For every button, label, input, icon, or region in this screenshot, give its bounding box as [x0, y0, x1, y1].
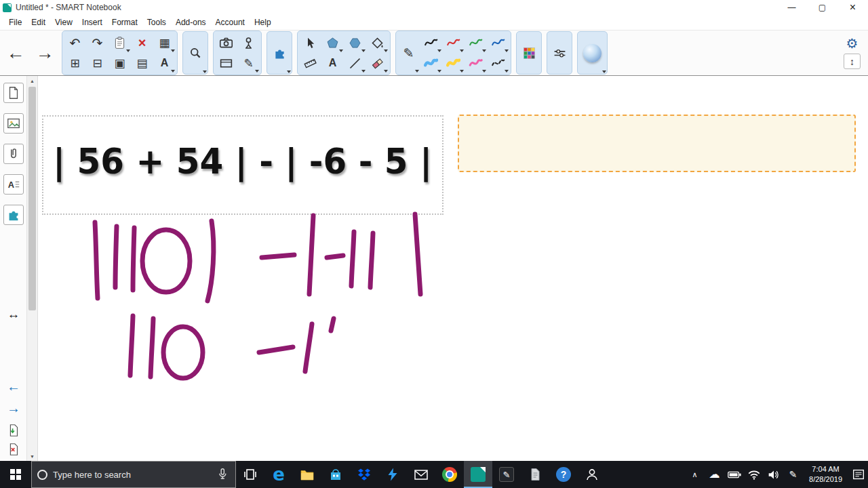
camera-button[interactable]: [215, 33, 237, 53]
next-page-button[interactable]: →: [33, 44, 57, 62]
document-camera-button[interactable]: [237, 33, 260, 53]
eraser-button[interactable]: [366, 53, 389, 73]
ink-line-1[interactable]: [95, 214, 420, 301]
taskbar-app-file-explorer[interactable]: [293, 461, 321, 488]
scroll-down-button[interactable]: ▼: [27, 451, 37, 461]
menu-file[interactable]: File: [4, 18, 26, 27]
previous-page-button[interactable]: ←: [3, 44, 28, 62]
taskbar-app-pen[interactable]: ✎: [492, 461, 521, 488]
previous-page-nav-button[interactable]: ←: [0, 380, 27, 393]
move-toolbar-button[interactable]: ↕: [844, 54, 861, 69]
save-button[interactable]: ▣: [108, 53, 131, 73]
red-pen-button[interactable]: [442, 33, 465, 53]
sidebar-item-page-sorter[interactable]: [3, 83, 24, 103]
notebook-canvas[interactable]: | 56 + 54 | - | -6 - 5 |: [38, 76, 868, 461]
tray-volume-button[interactable]: [764, 467, 783, 482]
tray-network-button[interactable]: [744, 467, 764, 482]
taskbar-app-lightning[interactable]: [378, 461, 407, 488]
polygon-button[interactable]: [344, 33, 366, 53]
shade-rectangle-button[interactable]: [215, 53, 237, 73]
add-page-button[interactable]: ⊞: [64, 53, 86, 73]
sidebar-item-gallery[interactable]: [3, 113, 24, 134]
export-page-button[interactable]: [0, 423, 27, 440]
sidebar-item-properties[interactable]: A: [3, 174, 24, 195]
redo-button[interactable]: ↷: [86, 33, 108, 53]
font-button[interactable]: A: [153, 53, 176, 73]
menu-help[interactable]: Help: [250, 18, 276, 27]
tray-battery-button[interactable]: [724, 467, 744, 482]
menu-format[interactable]: Format: [107, 18, 142, 27]
taskbar-app-store[interactable]: [321, 461, 350, 488]
pen-app-icon: ✎: [499, 467, 514, 482]
menu-tools[interactable]: Tools: [142, 18, 171, 27]
tray-pen-button[interactable]: ✎: [783, 470, 803, 479]
globe-button[interactable]: [577, 31, 608, 75]
menu-view[interactable]: View: [50, 18, 77, 27]
next-page-nav-button[interactable]: →: [0, 401, 27, 415]
select-button[interactable]: [299, 33, 321, 53]
menu-insert[interactable]: Insert: [77, 18, 107, 27]
delete-page-button[interactable]: ⊟: [86, 53, 108, 73]
ink-line-2[interactable]: [130, 316, 334, 378]
pink-highlighter-button[interactable]: [465, 53, 487, 73]
text-button[interactable]: A: [321, 53, 344, 73]
ruler-icon: [303, 56, 317, 70]
properties-button[interactable]: [547, 31, 572, 75]
shapes-button[interactable]: [321, 33, 344, 53]
taskbar-clock[interactable]: 7:04 AM 8/28/2019: [803, 464, 848, 485]
sidebar-move-handle[interactable]: ↔: [0, 308, 27, 321]
pens-button[interactable]: ✎: [397, 33, 420, 73]
task-view-button[interactable]: [236, 461, 264, 488]
yellow-highlighter-button[interactable]: [442, 53, 465, 73]
taskbar-app-help[interactable]: ?: [549, 461, 578, 488]
pdf-page-button[interactable]: [0, 442, 27, 459]
green-pen-button[interactable]: [465, 33, 487, 53]
sidebar-item-addons[interactable]: [3, 205, 24, 225]
blue-pen-button[interactable]: [487, 33, 509, 53]
taskbar-app-chrome[interactable]: [435, 461, 464, 488]
taskbar-app-mail[interactable]: [407, 461, 435, 488]
start-button[interactable]: [0, 461, 31, 488]
close-button[interactable]: ×: [837, 0, 868, 15]
action-center-button[interactable]: [848, 467, 868, 482]
addons-button[interactable]: [267, 31, 292, 75]
measurement-tools-button[interactable]: [299, 53, 321, 73]
microphone-icon[interactable]: [215, 467, 230, 482]
capture-tool-group: ✎: [213, 30, 262, 75]
menu-account[interactable]: Account: [211, 18, 250, 27]
fill-button[interactable]: [366, 33, 389, 53]
delete-x-icon: ×: [138, 36, 146, 49]
table-button[interactable]: ▦: [153, 33, 176, 53]
taskbar-app-edge[interactable]: e: [264, 461, 293, 488]
tray-onedrive-button[interactable]: ☁: [705, 469, 724, 480]
lines-button[interactable]: [344, 53, 366, 73]
screen-capture-button[interactable]: [182, 31, 208, 75]
calligraphy-pen-button[interactable]: [487, 53, 509, 73]
sidebar-item-attachments[interactable]: [3, 144, 24, 164]
undo-button[interactable]: ↶: [64, 33, 86, 53]
black-pen-button[interactable]: [420, 33, 442, 53]
maximize-button[interactable]: ▢: [807, 0, 837, 15]
minimize-button[interactable]: —: [776, 0, 807, 15]
settings-button[interactable]: ⚙: [846, 37, 859, 51]
taskbar-app-dropbox[interactable]: [350, 461, 378, 488]
paste-button[interactable]: [108, 33, 131, 53]
scroll-up-button[interactable]: ▲: [27, 76, 37, 85]
document-camera-icon: [241, 36, 256, 50]
taskbar-app-smart-notebook[interactable]: [464, 461, 492, 488]
screen-shade-button[interactable]: ▤: [131, 53, 153, 73]
handwriting-ink-layer[interactable]: [38, 76, 868, 461]
taskbar-app-document[interactable]: [521, 461, 549, 488]
delete-button[interactable]: ×: [131, 33, 153, 53]
canvas-scrollbar[interactable]: ▲ ▼: [27, 76, 38, 461]
menu-addons[interactable]: Add-ons: [171, 18, 211, 27]
magic-pen-button[interactable]: ✎: [237, 53, 260, 73]
search-input[interactable]: [53, 470, 210, 480]
blue-highlighter-button[interactable]: [420, 53, 442, 73]
gallery-button[interactable]: [516, 31, 542, 75]
scrollbar-thumb[interactable]: [28, 87, 36, 310]
taskbar-search[interactable]: [31, 461, 236, 488]
taskbar-app-people[interactable]: [578, 461, 606, 488]
menu-edit[interactable]: Edit: [26, 18, 50, 27]
tray-expand-button[interactable]: ∧: [685, 471, 705, 479]
